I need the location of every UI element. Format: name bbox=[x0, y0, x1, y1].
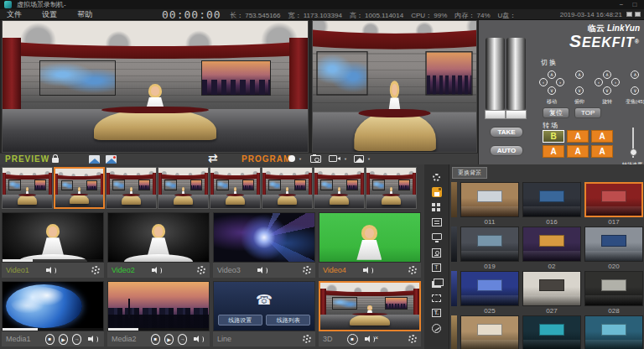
camcorder-button[interactable]: ▼ bbox=[329, 155, 347, 162]
camera-angle-thumbnail[interactable] bbox=[106, 167, 157, 209]
scene-grid-icon[interactable] bbox=[424, 200, 449, 215]
arrow-button[interactable]: ‹ bbox=[539, 78, 548, 86]
arrow-button[interactable]: ∧ bbox=[631, 70, 639, 79]
scene-thumbnail[interactable] bbox=[460, 315, 519, 349]
scene-thumbnail[interactable] bbox=[460, 182, 519, 217]
camera-angle-thumbnail[interactable] bbox=[2, 167, 53, 209]
picture-output-button[interactable]: ▼ bbox=[354, 155, 371, 163]
minimize-button[interactable]: − bbox=[615, 0, 627, 9]
arrow-button[interactable]: ∨ bbox=[603, 86, 611, 95]
layout-toggle-button[interactable] bbox=[626, 12, 632, 17]
save-project-icon[interactable] bbox=[424, 185, 449, 200]
arrow-button[interactable]: ∨ bbox=[575, 86, 584, 95]
video1-thumbnail[interactable] bbox=[2, 212, 104, 263]
reset-button[interactable]: 复位 bbox=[543, 107, 569, 118]
camera-angle-thumbnail[interactable] bbox=[210, 167, 261, 209]
media1-thumbnail[interactable] bbox=[2, 281, 104, 331]
seek-bar[interactable] bbox=[3, 328, 103, 331]
scene-thumbnail[interactable] bbox=[522, 315, 581, 349]
video2-thumbnail[interactable] bbox=[107, 212, 210, 263]
scene-thumbnail[interactable] bbox=[584, 182, 643, 217]
signature-pen-icon[interactable] bbox=[424, 320, 449, 336]
seek-bar[interactable] bbox=[3, 259, 103, 262]
arrow-button[interactable]: ∧ bbox=[548, 70, 556, 79]
swap-transition-button[interactable]: ⇄ bbox=[208, 154, 218, 162]
stop-button[interactable]: ■ bbox=[347, 334, 358, 345]
lock-icon[interactable] bbox=[52, 155, 59, 163]
play-button[interactable]: ▶ bbox=[59, 334, 68, 345]
program-monitor[interactable] bbox=[312, 20, 477, 153]
scene-thumbnail[interactable] bbox=[460, 271, 519, 306]
gear-button[interactable] bbox=[197, 266, 205, 274]
scene-thumbnail[interactable] bbox=[584, 315, 643, 349]
menu-item[interactable]: 帮助 bbox=[77, 9, 92, 20]
transition-a-button[interactable]: A bbox=[567, 145, 589, 158]
transition-speed-slider[interactable] bbox=[632, 128, 634, 158]
volume-button[interactable] bbox=[46, 266, 60, 274]
menu-item[interactable]: 文件 bbox=[7, 9, 22, 20]
stop-button[interactable]: ■ bbox=[45, 334, 55, 345]
gear-button[interactable] bbox=[303, 266, 311, 274]
arrow-button[interactable]: ∧ bbox=[603, 70, 611, 79]
take-button[interactable]: TAKE bbox=[490, 127, 523, 138]
media2-thumbnail[interactable] bbox=[107, 281, 210, 331]
arrow-button[interactable]: › bbox=[556, 78, 564, 86]
volume-button[interactable] bbox=[257, 266, 271, 274]
gear-button[interactable] bbox=[408, 335, 417, 343]
volume-button[interactable] bbox=[363, 266, 377, 274]
volume-button[interactable] bbox=[88, 335, 100, 343]
change-background-tab[interactable]: 更换背景 bbox=[452, 167, 487, 179]
transition-b-button[interactable]: B bbox=[543, 130, 564, 143]
menu-item[interactable]: 设置 bbox=[42, 9, 57, 20]
scene-thumbnail[interactable] bbox=[584, 271, 643, 306]
playlist-icon[interactable] bbox=[424, 215, 449, 230]
t-bar-handle[interactable] bbox=[486, 38, 505, 110]
snapshot-icon[interactable] bbox=[89, 155, 100, 164]
camera-snapshot-button[interactable] bbox=[310, 155, 321, 163]
snapshot-add-icon[interactable] bbox=[106, 155, 117, 164]
line-list-button[interactable]: 线路列表 bbox=[266, 315, 310, 326]
transition-a-button[interactable]: A bbox=[543, 145, 564, 158]
play-button[interactable]: ▶ bbox=[164, 334, 174, 345]
gear-button[interactable] bbox=[303, 335, 311, 343]
camera-angle-thumbnail[interactable] bbox=[262, 167, 313, 209]
camera-angle-thumbnail[interactable] bbox=[314, 167, 365, 209]
display-icon[interactable] bbox=[424, 230, 449, 245]
gear-button[interactable] bbox=[91, 266, 100, 274]
loop-button[interactable]: → bbox=[178, 334, 187, 345]
seek-bar[interactable] bbox=[108, 328, 209, 331]
subtitle-text-icon[interactable] bbox=[424, 305, 449, 320]
camera-angle-thumbnail[interactable] bbox=[158, 167, 209, 209]
camera-angle-thumbnail[interactable] bbox=[54, 167, 105, 209]
preview-monitor[interactable] bbox=[2, 20, 309, 153]
scene-thumbnail-cut[interactable] bbox=[451, 227, 457, 262]
scene-thumbnail[interactable] bbox=[460, 227, 519, 262]
frame-icon[interactable] bbox=[424, 290, 449, 305]
scene-thumbnail-cut[interactable] bbox=[451, 315, 457, 349]
arrow-button[interactable]: › bbox=[611, 78, 620, 86]
line-thumbnail[interactable]: ☎线路设置线路列表 bbox=[213, 281, 315, 331]
stop-button[interactable]: ■ bbox=[151, 334, 160, 345]
arrow-button[interactable]: ∨ bbox=[548, 86, 556, 95]
record-button[interactable]: ▼ bbox=[288, 155, 302, 162]
title-box-icon[interactable] bbox=[424, 260, 449, 275]
transition-a-button[interactable]: A bbox=[567, 130, 589, 143]
loop-button[interactable]: → bbox=[72, 334, 81, 345]
settings-gear-icon[interactable] bbox=[424, 169, 449, 185]
scene-thumbnail[interactable] bbox=[522, 227, 581, 262]
video3-thumbnail[interactable] bbox=[213, 212, 315, 263]
camera-angle-thumbnail[interactable] bbox=[366, 167, 417, 209]
scene-thumbnail[interactable] bbox=[522, 182, 581, 217]
arrow-button[interactable]: ‹ bbox=[595, 78, 603, 86]
layout-toggle-button[interactable] bbox=[635, 12, 641, 17]
scene-thumbnail-cut[interactable] bbox=[451, 271, 457, 306]
arrow-button[interactable]: ∨ bbox=[631, 86, 639, 95]
scene-thumbnail[interactable] bbox=[522, 271, 581, 306]
transition-a-button[interactable]: A bbox=[591, 130, 613, 143]
arrow-button[interactable]: ∧ bbox=[575, 70, 584, 79]
mute-button[interactable]: × bbox=[365, 335, 378, 343]
line-settings-button[interactable]: 线路设置 bbox=[218, 315, 262, 326]
t-bar-handle[interactable] bbox=[506, 38, 526, 110]
transition-a-button[interactable]: A bbox=[591, 145, 613, 158]
effects-box-icon[interactable] bbox=[424, 245, 449, 260]
